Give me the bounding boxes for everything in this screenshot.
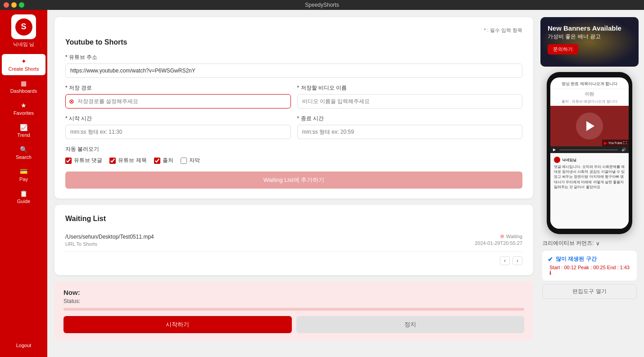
checkbox-comments-label: 유튜브 댓글 — [74, 157, 102, 164]
phone-controls: ▶ 🔊 — [550, 146, 629, 153]
creative-section: 크리에이티브 커먼즈: ∨ ✔ 많이 재생된 구간 Start : 00:12 … — [540, 240, 639, 299]
sidebar-item-dashboards[interactable]: ▦ Dashboards — [2, 76, 45, 97]
banner-subtitle: 가성비 좋은 배너 광고 — [548, 33, 631, 41]
save-path-label: * 저장 경로 — [65, 84, 291, 92]
pagination: ‹ › — [65, 256, 522, 265]
waiting-item-left: /Users/sehun/Desktop/Test0511.mp4 URL To… — [65, 234, 154, 247]
phone-mockup-container: 영상 완료 제목이나오게 합니다 이란 출처 : 유튜브 배경이나오게 합니다 … — [540, 72, 639, 234]
phone-video-overlay: ▶ YouTube ⛶ — [602, 140, 629, 146]
start-time-label: * 시작 시간 — [65, 115, 291, 122]
save-path-input[interactable] — [65, 94, 291, 108]
youtube-url-input[interactable] — [65, 63, 522, 78]
checkbox-title[interactable]: 유튜브 제목 — [109, 157, 146, 164]
checkbox-comments[interactable]: 유튜브 댓글 — [65, 157, 102, 164]
guide-icon: 📋 — [20, 190, 27, 197]
video-name-label: * 저장할 비디오 이름 — [297, 84, 523, 92]
sidebar-item-search[interactable]: 🔍 Search — [2, 142, 45, 163]
now-card: Now: Status: 시작하기 정지 — [54, 281, 533, 340]
waiting-time: 2024-01-29T20:55:27 — [475, 240, 522, 246]
video-name-input[interactable] — [297, 94, 523, 108]
checkbox-subtitle-label: 자막 — [189, 157, 200, 164]
waiting-list-item: /Users/sehun/Desktop/Test0511.mp4 URL To… — [65, 229, 522, 252]
youtube-url-label: * 유튜브 주소 — [65, 54, 522, 61]
checkbox-row: 유튜브 댓글 유튜브 제목 출처 자막 — [65, 157, 522, 164]
sidebar-label-favorites: Favorites — [14, 110, 34, 116]
check-icon: ✔ — [548, 256, 553, 263]
end-time-input[interactable] — [297, 125, 523, 139]
checkbox-source[interactable]: 출처 — [154, 157, 173, 164]
stop-button[interactable]: 정지 — [296, 316, 525, 333]
add-to-waiting-list-button[interactable]: Waiting List에 추가하기 — [65, 172, 522, 189]
waiting-item-path: /Users/sehun/Desktop/Test0511.mp4 — [65, 234, 154, 240]
edit-tool-button[interactable]: 편집도구 열기 — [542, 284, 637, 299]
window-title: SpeedyShorts — [305, 2, 339, 8]
checkbox-subtitle[interactable]: 자막 — [181, 157, 200, 164]
creative-item-title: ✔ 많이 재생된 구간 — [548, 255, 631, 263]
sidebar-item-pay[interactable]: 💳 Pay — [2, 164, 45, 185]
banner-content: New Banners Available 가성비 좋은 배너 광고 문의하기 — [548, 24, 631, 54]
favorites-icon: ★ — [21, 102, 27, 109]
checkbox-subtitle-input[interactable] — [181, 158, 187, 164]
checkbox-title-input[interactable] — [109, 158, 116, 164]
status-label: Status: — [63, 298, 524, 304]
end-time-label: * 종료 시간 — [297, 115, 523, 122]
status-badge: Waiting — [500, 234, 522, 239]
minimize-button[interactable] — [11, 2, 17, 8]
phone-mockup: 영상 완료 제목이나오게 합니다 이란 출처 : 유튜브 배경이나오게 합니다 … — [547, 72, 632, 234]
start-button[interactable]: 시작하기 — [63, 316, 292, 333]
sidebar-item-favorites[interactable]: ★ Favorites — [2, 98, 45, 119]
youtube-logo-icon: ▶ — [604, 140, 608, 145]
logout-button[interactable]: Logout — [14, 340, 34, 351]
comment-avatar — [554, 157, 560, 163]
error-icon: ⊗ — [69, 98, 74, 105]
sidebar-label-dashboards: Dashboards — [10, 88, 37, 94]
close-button[interactable] — [4, 2, 9, 8]
window-controls[interactable] — [4, 2, 24, 8]
phone-source: 출처 : 유튜브 배경이나오게 합니다 — [550, 99, 629, 106]
banner-ad: New Banners Available 가성비 좋은 배너 광고 문의하기 — [540, 17, 639, 67]
volume-icon: 🔊 — [621, 148, 626, 152]
checkbox-title-label: 유튜브 제목 — [118, 157, 146, 164]
banner-button[interactable]: 문의하기 — [548, 44, 578, 54]
maximize-button[interactable] — [19, 2, 24, 8]
creative-header-text: 크리에이티브 커먼즈: — [542, 240, 594, 247]
main-content: * : 필수 입력 항목 Youtube to Shorts * 유튜브 주소 … — [47, 10, 540, 357]
sidebar-label-pay: Pay — [19, 176, 28, 182]
creative-detail: Start : 00:12 Peak : 00:25 End : 1:43 ℹ — [548, 265, 631, 276]
next-page-button[interactable]: › — [512, 256, 522, 265]
pay-icon: 💳 — [20, 168, 27, 175]
creative-header[interactable]: 크리에이티브 커먼즈: ∨ — [542, 240, 637, 247]
checkbox-comments-input[interactable] — [65, 158, 72, 164]
banner-title: New Banners Available — [548, 24, 631, 32]
info-icon: ℹ — [549, 270, 551, 276]
right-panel: New Banners Available 가성비 좋은 배너 광고 문의하기 … — [540, 10, 644, 357]
sidebar-label-create-shorts: Create Shorts — [9, 66, 39, 72]
sidebar: S 닉네임 님 ✦ Create Shorts ▦ Dashboards ★ F… — [0, 10, 47, 357]
form-title: Youtube to Shorts — [65, 38, 522, 46]
waiting-list-title: Waiting List — [65, 215, 522, 223]
save-path-wrapper: ⊗ — [65, 94, 291, 108]
sidebar-label-trend: Trend — [17, 132, 30, 138]
trend-icon: 📈 — [20, 124, 27, 131]
progress-bar — [63, 308, 524, 311]
phone-comment: 닉네임님 댓글 예시입니다. 오히려 우리 사회문제를 제대로 짚어낸서 사회적… — [550, 153, 629, 229]
youtube-text: YouTube — [608, 141, 622, 145]
sidebar-bottom: Logout — [0, 340, 47, 357]
sidebar-item-guide[interactable]: 📋 Guide — [2, 186, 45, 208]
waiting-item-label: URL To Shorts — [65, 241, 154, 247]
sidebar-item-trend[interactable]: 📈 Trend — [2, 120, 45, 141]
sidebar-item-create-shorts[interactable]: ✦ Create Shorts — [2, 54, 45, 75]
prev-page-button[interactable]: ‹ — [500, 256, 510, 265]
checkbox-source-input[interactable] — [154, 158, 160, 164]
chevron-down-icon: ∨ — [596, 240, 600, 247]
start-time-input[interactable] — [65, 125, 291, 139]
phone-top-text: 영상 완료 제목이나오게 합니다 — [550, 77, 629, 89]
play-icon: ▶ — [553, 148, 556, 152]
username: 닉네임 님 — [13, 41, 34, 48]
waiting-list-card: Waiting List /Users/sehun/Desktop/Test05… — [54, 205, 533, 275]
autoplay-label: 자동 불러오기 — [65, 145, 522, 153]
comment-text: 댓글 예시입니다. 오히려 우리 사회문제를 제대로 짚어낸서 사회적 공감도 … — [554, 164, 625, 190]
logo-inner: S — [15, 18, 32, 36]
phone-video: ▶ YouTube ⛶ — [550, 106, 629, 146]
comment-author: 닉네임님 — [554, 157, 625, 163]
